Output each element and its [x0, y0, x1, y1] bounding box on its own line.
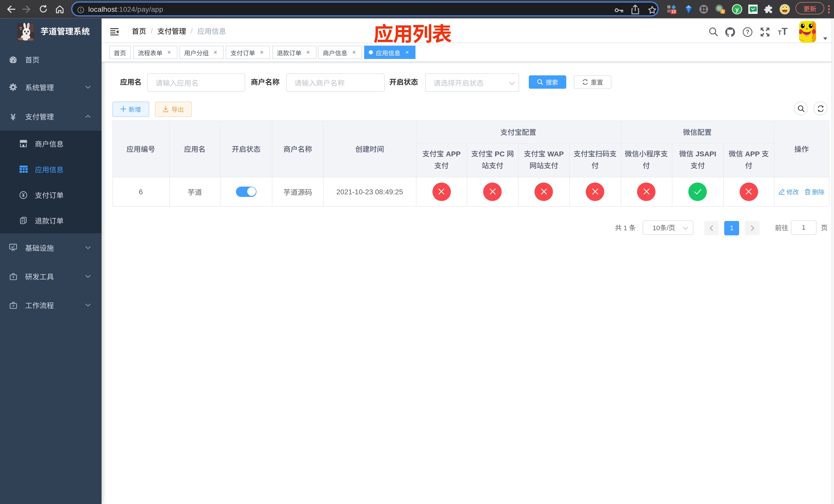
- svg-text:10: 10: [671, 9, 676, 14]
- svg-text:?: ?: [746, 28, 749, 35]
- svg-text:1: 1: [722, 9, 724, 14]
- svg-text:y: y: [735, 6, 739, 13]
